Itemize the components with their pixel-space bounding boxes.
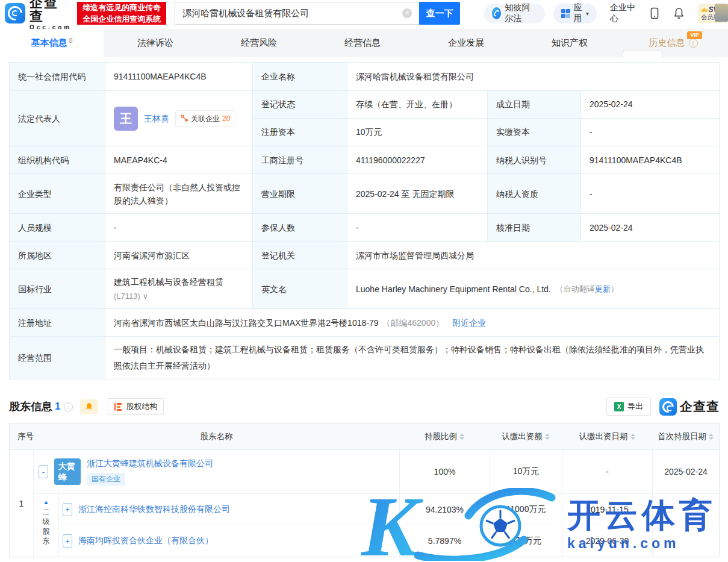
col-ratio[interactable]: 持股比例 xyxy=(399,423,490,449)
shareholder-name-link[interactable]: 浙江海控南科华铁数智科技股份有限公司 xyxy=(78,504,230,515)
translate-refresh-link[interactable]: 更新 xyxy=(595,284,611,293)
zhibi-alpha-entry[interactable]: 知彼阿尔法 xyxy=(484,4,544,23)
search-input[interactable] xyxy=(175,2,419,25)
shareholder-name-link[interactable]: 海南均晖投资合伙企业（有限合伙） xyxy=(78,535,213,546)
tab-count: 8 xyxy=(69,37,72,44)
value-reg-authority: 漯河市市场监督管理局西城分局 xyxy=(347,242,719,269)
amount-value: 676万元 xyxy=(490,525,562,557)
sub-shareholder-row: + 浙江海控南科华铁数智科技股份有限公司 94.2103% 11000万元 20… xyxy=(59,494,719,525)
value-paid-capital: - xyxy=(581,119,719,146)
table-row: 经营范围 一般项目：机械设备租赁；建筑工程机械与设备租赁；租赁服务（不含许可类租… xyxy=(10,337,719,379)
table-row: 注册地址 河南省漯河市西城区太白山路与汉江路交叉口MAX世界港2号楼1018-7… xyxy=(10,309,719,337)
value-insured-count: - xyxy=(347,214,488,241)
value-industry: 建筑工程机械与设备经营租赁 (L7113) ∨ xyxy=(105,269,253,308)
value-credit-code: 91411100MAEAP4KC4B xyxy=(105,63,253,90)
value-staff-size: - xyxy=(105,214,253,241)
label-staff-size: 人员规模 xyxy=(10,214,105,241)
nearby-companies-link[interactable]: 附近企业 xyxy=(452,316,486,329)
ratio-value: 94.2103% xyxy=(399,494,490,525)
equity-structure-button[interactable]: 股权结构 xyxy=(108,398,164,415)
notifications-bell-icon[interactable] xyxy=(673,7,685,19)
tab-operation-risk[interactable]: 经营风险 xyxy=(207,29,311,57)
tab-basic-info[interactable]: 基本信息8 xyxy=(0,29,104,57)
qcc-logo-icon xyxy=(5,3,25,23)
tab-company-development[interactable]: 企业发展 xyxy=(414,29,518,57)
value-address: 河南省漯河市西城区太白山路与汉江路交叉口MAX世界港2号楼1018-79 （邮编… xyxy=(105,309,719,336)
label-region: 所属地区 xyxy=(10,242,105,269)
enterprise-center-link[interactable]: 企业中心 xyxy=(610,2,636,24)
triangle-up-icon[interactable]: ▲ xyxy=(43,499,49,505)
label-credit-code: 统一社会信用代码 xyxy=(10,63,105,90)
table-row: 国标行业 建筑工程机械与设备经营租赁 (L7113) ∨ 英文名 Luohe H… xyxy=(10,269,719,309)
chevron-down-icon[interactable]: ∨ xyxy=(143,290,149,303)
export-button[interactable]: X 导出 xyxy=(606,398,651,416)
group-label: 二级股东 xyxy=(42,507,50,546)
label-reg-authority: 登记机关 xyxy=(253,242,347,269)
shareholders-title: 股东信息 xyxy=(9,399,52,414)
value-taxpayer-quality: - xyxy=(581,174,719,213)
search-bar: × 查一下 xyxy=(175,2,460,25)
state-owned-tag: 国有企业 xyxy=(87,473,125,486)
col-index: 序号 xyxy=(10,423,34,449)
value-establish-date: 2025-02-24 xyxy=(581,91,719,118)
slogan-banner: 缔造有远见的商业传奇 全国企业信用查询系统 xyxy=(77,2,166,25)
expand-button[interactable]: + xyxy=(63,503,72,516)
collapse-button[interactable]: - xyxy=(39,465,48,478)
value-taxpayer-id: 91411100MAEAP4KC4B xyxy=(581,146,719,173)
value-reg-capital: 10万元 xyxy=(347,119,488,146)
amount-value: 11000万元 xyxy=(490,494,562,525)
sort-icon[interactable] xyxy=(630,434,635,440)
table-row: 企业类型 有限责任公司（非自然人投资或控股的法人独资） 营业期限 2025-02… xyxy=(10,174,719,214)
col-first-holding-date[interactable]: 首次持股日期 xyxy=(652,423,719,449)
apps-grid-icon xyxy=(561,9,570,18)
search-button[interactable]: 查一下 xyxy=(419,2,460,25)
value-approval-date: 2025-02-24 xyxy=(581,214,719,241)
sub-shareholder-group: ▲ 二级股东 xyxy=(34,494,59,557)
monitor-bell-button[interactable] xyxy=(80,399,98,414)
tab-intellectual-property[interactable]: 知识产权 xyxy=(518,29,621,57)
amount-value: 10万元 xyxy=(490,450,562,493)
value-region: 河南省漯河市源汇区 xyxy=(105,242,253,269)
avatar[interactable] xyxy=(715,4,728,22)
date-value: - xyxy=(562,450,652,493)
sort-icon[interactable] xyxy=(709,434,714,440)
sort-icon[interactable] xyxy=(459,434,464,440)
label-english-name: 英文名 xyxy=(253,269,347,308)
qcc-logo[interactable]: 企查查 Qcc.com xyxy=(5,0,72,31)
sub-shareholder-row: + 海南均晖投资合伙企业（有限合伙） 5.7897% 676万元 2029-06… xyxy=(59,525,719,557)
label-company-type: 企业类型 xyxy=(10,174,105,213)
mobile-app-icon[interactable] xyxy=(649,7,660,19)
company-tabs: 基本信息8 法律诉讼 经营风险 经营信息 企业发展 知识产权 VIP 历史信息 … xyxy=(0,29,728,57)
apps-menu[interactable]: 应用 ▾ xyxy=(553,4,597,23)
label-industry: 国标行业 xyxy=(10,269,105,308)
col-subscribed-date[interactable]: 认缴出资日期 xyxy=(562,423,652,449)
label-paid-capital: 实缴资本 xyxy=(488,119,581,146)
vip-badge: VIP xyxy=(687,31,702,39)
partial-button xyxy=(623,51,662,58)
expand-button[interactable]: + xyxy=(63,534,72,548)
label-business-scope: 经营范围 xyxy=(10,337,105,379)
tab-legal-litigation[interactable]: 法律诉讼 xyxy=(104,29,207,57)
value-english-name: Luohe Harley Machinery Equipment Rental … xyxy=(347,269,719,308)
zhibi-alpha-icon xyxy=(492,7,501,19)
sort-icon[interactable] xyxy=(545,434,550,440)
date-value: 2019-11-15 xyxy=(562,494,652,525)
value-business-scope: 一般项目：机械设备租赁；建筑工程机械与设备租赁；租赁服务（不含许可类租赁服务）；… xyxy=(105,337,719,379)
top-bar: 企查查 Qcc.com 缔造有远见的商业传奇 全国企业信用查询系统 × 查一下 … xyxy=(0,0,728,27)
table-row: 统一社会信用代码 91411100MAEAP4KC4B 企业名称 漯河哈雷机械设… xyxy=(10,63,719,91)
tab-operation-info[interactable]: 经营信息 xyxy=(311,29,414,57)
org-link-icon xyxy=(181,114,188,122)
label-org-code: 组织机构代码 xyxy=(10,146,105,173)
shareholder-row: - 大黄蜂 浙江大黄蜂建筑机械设备有限公司 国有企业 100% 10万元 - 2… xyxy=(34,450,719,494)
value-company-type: 有限责任公司（非自然人投资或控股的法人独资） xyxy=(105,174,253,213)
label-reg-capital: 注册资本 xyxy=(253,119,347,146)
label-business-term: 营业期限 xyxy=(253,174,347,213)
related-companies-badge[interactable]: 关联企业 20 xyxy=(175,110,235,127)
shareholder-name-link[interactable]: 浙江大黄蜂建筑机械设备有限公司 xyxy=(87,458,213,468)
col-subscribed-amount[interactable]: 认缴出资额 xyxy=(490,423,562,449)
qcc-watermark-logo: 企查查 xyxy=(659,398,720,416)
table-row: 人员规模 - 参保人数 - 核准日期 2025-02-24 xyxy=(10,214,719,242)
shareholders-section-header: 股东信息 1 i 股权结构 X 导出 企查查 xyxy=(9,398,720,416)
label-insured-count: 参保人数 xyxy=(253,214,347,241)
legal-rep-name-link[interactable]: 王林喜 xyxy=(144,112,169,125)
